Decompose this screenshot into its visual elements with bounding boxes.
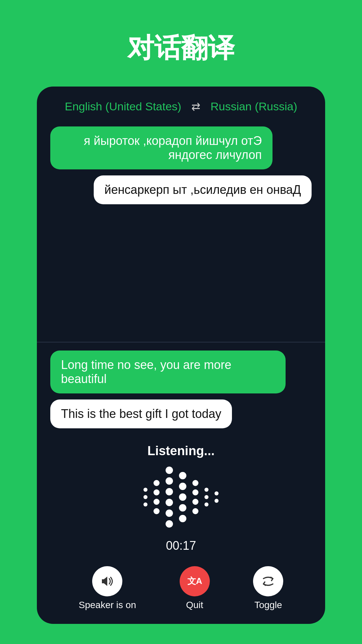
wave-dot	[143, 488, 147, 492]
wave-col-2	[154, 480, 160, 514]
wave-dot	[179, 515, 186, 522]
wave-col-7	[215, 491, 219, 503]
wave-dot	[154, 489, 160, 495]
wave-dot	[154, 480, 160, 486]
wave-dot	[179, 493, 186, 501]
wave-col-3	[166, 467, 173, 528]
lang-right[interactable]: Russian (Russia)	[210, 100, 297, 113]
wave-dot	[215, 499, 219, 503]
swap-icon[interactable]: ⇄	[191, 100, 200, 113]
bubble-green-1: Long time no see, you are more beautiful	[50, 351, 286, 393]
quit-button[interactable]: 文A Quit	[180, 566, 210, 610]
wave-dot	[166, 509, 173, 517]
speaker-button[interactable]: Speaker is on	[79, 566, 136, 610]
wave-dot	[215, 491, 219, 495]
wave-dot	[192, 489, 198, 495]
wave-col-1	[143, 488, 147, 506]
quit-label: Quit	[186, 600, 203, 610]
bottom-controls: Speaker is on 文A Quit Toggle	[37, 559, 325, 624]
quit-btn-circle[interactable]: 文A	[180, 566, 210, 596]
speaker-btn-circle[interactable]	[92, 566, 122, 596]
chat-normal-area: Long time no see, you are more beautiful…	[37, 342, 325, 434]
wave-dot	[204, 488, 208, 492]
wave-dot	[179, 483, 186, 490]
bubble-white-1: This is the best gift I got today	[50, 399, 232, 428]
toggle-btn-circle[interactable]	[253, 566, 283, 596]
wave-col-6	[204, 488, 208, 506]
wave-dot	[204, 495, 208, 499]
toggle-button[interactable]: Toggle	[253, 566, 283, 610]
wave-dot	[166, 477, 173, 485]
wave-dot	[143, 495, 147, 499]
wave-dot	[192, 499, 198, 505]
translate-icon: 文A	[187, 574, 202, 589]
wave-col-4	[179, 472, 186, 522]
speaker-label: Speaker is on	[79, 600, 136, 610]
listening-section: Listening...	[37, 434, 325, 559]
main-card: English (United States) ⇄ Russian (Russi…	[37, 87, 325, 624]
wave-dot	[166, 520, 173, 528]
language-header: English (United States) ⇄ Russian (Russi…	[37, 87, 325, 120]
wave-dot	[192, 508, 198, 514]
wave-dot	[154, 499, 160, 505]
wave-dot	[166, 467, 173, 474]
svg-text:文A: 文A	[187, 576, 202, 586]
lang-left[interactable]: English (United States)	[65, 100, 181, 113]
wave-dot	[179, 472, 186, 479]
listening-label: Listening...	[147, 444, 215, 458]
chat-flipped-area: Давно не виделись, ты прекрасней Это луч…	[37, 120, 325, 342]
toggle-icon	[261, 574, 276, 589]
speaker-icon	[100, 574, 115, 589]
timer-display: 00:17	[166, 539, 196, 553]
wave-col-5	[192, 480, 198, 514]
toggle-label: Toggle	[254, 600, 282, 610]
wave-dot	[166, 488, 173, 495]
wave-dot	[179, 504, 186, 512]
waveform	[137, 464, 225, 531]
app-title: 对话翻译	[127, 30, 235, 66]
flipped-bubble-green: Это лучший подарок, который я получил се…	[50, 126, 273, 169]
flipped-bubble-white: Давно не виделись, ты прекрасней	[94, 175, 312, 204]
wave-dot	[204, 502, 208, 506]
wave-dot	[192, 480, 198, 486]
wave-dot	[154, 508, 160, 514]
wave-dot	[143, 502, 147, 506]
wave-dot	[166, 499, 173, 506]
